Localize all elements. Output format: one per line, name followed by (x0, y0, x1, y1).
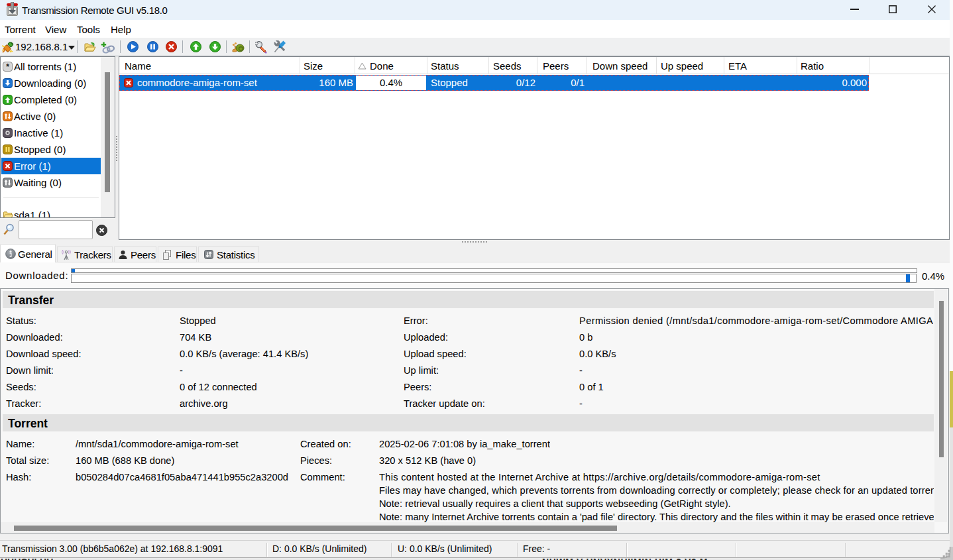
svg-text:*: * (6, 62, 9, 72)
